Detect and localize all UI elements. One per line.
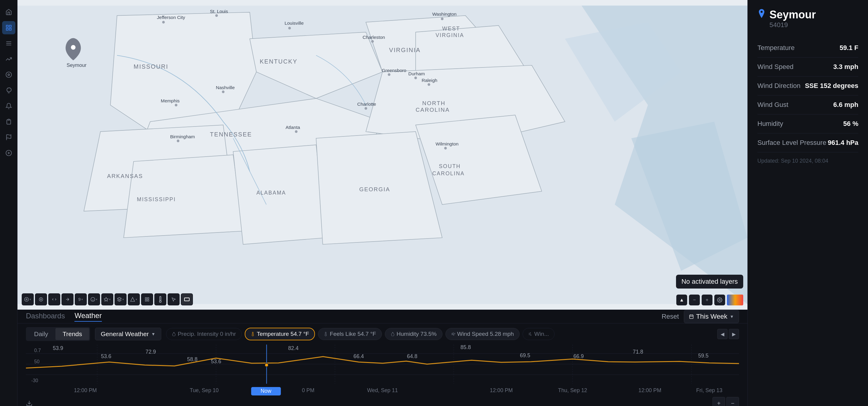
map-ctrl-minus[interactable]: − [689,295,700,305]
toolbar-btn-circle[interactable] [36,294,46,305]
svg-text:Wilmington: Wilmington [435,141,458,146]
svg-point-53 [177,139,179,142]
toolbar-btn-num[interactable]: 9 ▼ [75,294,86,305]
weather-row-wind-gust: Wind Gust 6.6 mph [757,96,858,114]
wind-speed-value: 3.3 mph [833,63,858,71]
svg-text:71.8: 71.8 [633,349,644,355]
sidebar-icon-lightbulb[interactable] [2,84,16,97]
toolbar-btn-arrows[interactable] [49,294,60,305]
svg-text:-30: -30 [31,378,38,383]
svg-point-29 [162,21,165,24]
svg-text:ARKANSAS: ARKANSAS [107,173,143,179]
location-name: Seymour [770,8,816,21]
metric-pill-humidity[interactable]: Humidity 73.5% [385,328,442,340]
sidebar-icon-bell[interactable] [2,99,16,113]
map-area: MISSOURI KENTUCKY VIRGINIA WEST VIRGINIA… [18,0,747,310]
this-week-button[interactable]: This Week ▼ [684,310,739,323]
metric-feels-label: Feels Like 54.7 °F [330,331,376,337]
metric-pill-precip[interactable]: Precip. Intensity 0 in/hr [166,328,242,340]
chart-controls: Daily Trends General Weather ▼ Precip. I… [18,324,747,344]
map-svg: MISSOURI KENTUCKY VIRGINIA WEST VIRGINIA… [18,0,747,310]
toolbar-group-4 [61,293,73,305]
svg-marker-68 [130,297,134,301]
sidebar-icon-list[interactable] [2,37,16,50]
toolbar-btn-rect[interactable] [181,294,192,305]
sidebar-icon-map[interactable] [2,21,16,34]
svg-text:58.8: 58.8 [187,356,198,362]
metric-wind-extra-label: Win... [534,331,549,337]
sidebar-icon-plus[interactable] [2,146,16,160]
svg-text:CAROLINA: CAROLINA [415,107,450,113]
toolbar-btn-triangle[interactable]: ▼ [128,294,139,305]
chart-bottom-bar: + − [18,397,747,406]
svg-text:Charlotte: Charlotte [357,102,376,107]
svg-point-35 [441,18,444,20]
svg-text:Atlanta: Atlanta [286,125,300,130]
svg-text:SOUTH: SOUTH [439,163,461,169]
chart-export-icon[interactable] [26,400,33,406]
zoom-in-btn[interactable]: + [712,397,725,406]
chart-nav-next[interactable]: ▶ [729,329,739,339]
svg-rect-69 [145,298,147,299]
panel-tabs: Dashboards Weather Reset This Week ▼ [18,310,747,324]
svg-point-91 [265,363,269,367]
svg-text:St. Louis: St. Louis [210,9,228,14]
metric-pill-wind-extra[interactable]: Win... [523,328,555,340]
sidebar-icon-chart[interactable] [2,53,16,66]
map-ctrl-plus[interactable]: + [702,295,712,305]
no-layers-tooltip: No activated layers [676,275,743,289]
updated-text: Updated: Sep 10 2024, 08:04 [757,158,858,164]
svg-point-62 [40,299,41,300]
tab-weather[interactable]: Weather [74,311,101,322]
toolbar-btn-arrow[interactable] [62,294,73,305]
svg-text:12:00 PM: 12:00 PM [74,387,97,393]
svg-rect-77 [689,315,693,319]
this-week-chevron: ▼ [730,314,734,319]
right-panel: Seymour 54019 Temperature 59.1 F Wind Sp… [747,0,868,406]
svg-rect-3 [9,28,11,30]
svg-text:Raleigh: Raleigh [422,78,437,83]
sidebar-icon-location[interactable] [2,68,16,81]
svg-point-41 [175,104,178,106]
toolbar-btn-cursor[interactable] [168,294,179,305]
metric-pill-temperature[interactable]: Temperature 54.7 °F [245,328,315,340]
svg-point-61 [39,298,43,301]
weather-row-temperature: Temperature 59.1 F [757,39,858,58]
svg-text:MISSISSIPPI: MISSISSIPPI [137,196,176,202]
metric-pill-wind-speed[interactable]: Wind Speed 5.28 mph [445,328,520,340]
svg-text:WEST: WEST [442,26,460,32]
tab-dashboards[interactable]: Dashboards [26,312,65,322]
toolbar-btn-location[interactable]: ▼ [22,294,33,305]
daily-toggle[interactable]: Daily [27,328,56,340]
general-weather-dropdown[interactable]: General Weather ▼ [95,328,161,340]
svg-point-45 [414,76,417,79]
sidebar-icon-flag[interactable] [2,131,16,144]
wind-gust-value: 6.6 mph [833,101,858,109]
map-ctrl-settings[interactable] [714,295,725,305]
sidebar-icon-clipboard[interactable] [2,115,16,128]
toolbar-btn-star[interactable]: ▼ [102,294,113,305]
toolbar-btn-grid[interactable] [142,294,153,305]
location-zip: 54019 [770,21,816,29]
toolbar-btn-layers[interactable]: ▼ [115,294,126,305]
metric-pill-feels-like[interactable]: Feels Like 54.7 °F [318,328,381,340]
svg-text:Fri, Sep 13: Fri, Sep 13 [696,387,722,393]
svg-marker-66 [104,297,108,301]
svg-rect-9 [8,119,10,121]
svg-rect-70 [147,298,149,299]
svg-text:Wed, Sep 11: Wed, Sep 11 [367,387,398,393]
sidebar-icon-home[interactable] [2,5,16,19]
toolbar-btn-face[interactable]: ▼ [89,294,99,305]
map-ctrl-north[interactable]: ▲ [676,295,687,305]
chart-nav-prev[interactable]: ◀ [717,329,727,339]
chart-zoom-btns: + − [712,397,739,406]
svg-point-47 [428,83,430,86]
metric-wind-label: Wind Speed 5.28 mph [457,331,514,337]
svg-point-51 [295,130,298,133]
svg-point-57 [71,45,75,50]
zoom-out-btn[interactable]: − [726,397,739,406]
trends-toggle[interactable]: Trends [56,328,90,340]
toolbar-btn-thermometer[interactable] [155,294,166,305]
chart-area: 53.9 53.6 72.9 58.8 53.6 82.4 66.4 64.8 … [18,344,747,397]
reset-button[interactable]: Reset [661,313,679,320]
